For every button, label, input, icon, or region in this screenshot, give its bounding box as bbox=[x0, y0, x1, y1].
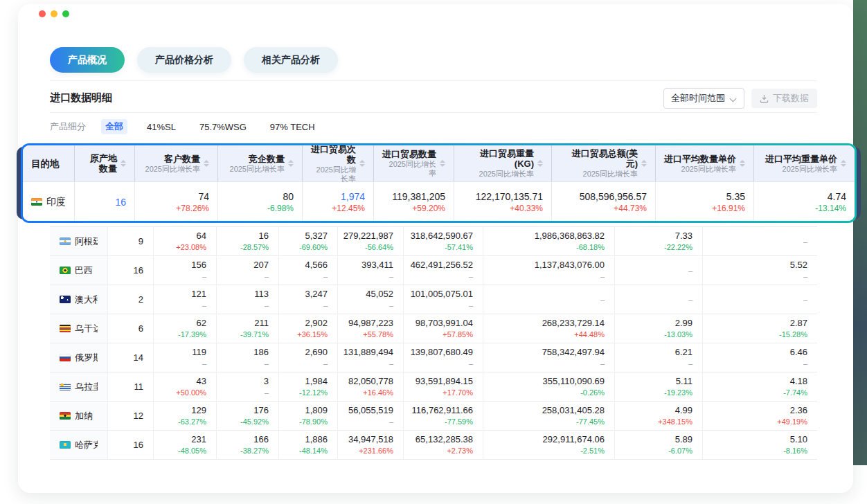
origin-count-link[interactable]: 9 bbox=[138, 236, 143, 247]
cell-value: 207 bbox=[253, 260, 269, 271]
tab-product-price-analysis[interactable]: 产品价格分析 bbox=[137, 47, 231, 73]
table-cell: 1,986,368,863.82-68.18% bbox=[483, 227, 615, 256]
table-header-cell[interactable]: 进口平均重量单价2025同比增长率 bbox=[754, 145, 855, 181]
highlighted-table-row[interactable]: 印度1674+78.26%80-6.98%1,974+12.45%119,381… bbox=[23, 182, 855, 221]
column-label: 原产地数量 bbox=[88, 153, 117, 174]
origin-count-link[interactable]: 12 bbox=[134, 411, 143, 422]
cell-value: 7.33 bbox=[675, 231, 692, 242]
cell-value: 2.36 bbox=[790, 405, 807, 416]
country-name: 加纳 bbox=[75, 410, 93, 422]
cell-value: 279,221,987 bbox=[343, 231, 393, 242]
cell-growth-rate: +2.73% bbox=[447, 446, 473, 456]
table-cell: 5,327-69.60% bbox=[279, 227, 338, 256]
table-cell: 121– bbox=[154, 285, 217, 314]
table-row[interactable]: 乌干达662-17.39%211-39.71%2,902+36.15%94,98… bbox=[50, 314, 817, 343]
table-cell: 64+23.08% bbox=[154, 227, 217, 256]
time-range-select[interactable]: 全部时间范围 bbox=[663, 88, 744, 109]
trade-count-link[interactable]: 1,809 bbox=[305, 405, 328, 416]
cell-value: 211 bbox=[254, 318, 269, 329]
table-header-cell[interactable]: 原产地数量 bbox=[75, 145, 135, 181]
table-cell: 2,902+36.15% bbox=[279, 314, 338, 343]
maximize-window-icon[interactable] bbox=[62, 10, 69, 17]
cell-growth-rate: -13.03% bbox=[664, 330, 692, 339]
table-cell: – bbox=[703, 227, 817, 256]
cell-growth-rate: -56.64% bbox=[365, 242, 393, 252]
column-label: 进口贸易次数2025同比增长率 bbox=[311, 145, 356, 183]
table-cell: 2.99-13.03% bbox=[615, 314, 703, 343]
sort-icon[interactable] bbox=[359, 160, 365, 167]
cell-growth-rate: -39.71% bbox=[240, 330, 269, 339]
table-row[interactable]: 巴西16156–207–4,566–393,411–462,491,256.52… bbox=[50, 256, 817, 285]
table-row[interactable]: 澳大利亚2121–113–3,247–45,052–101,005,075.01… bbox=[50, 285, 817, 314]
origin-count-link[interactable]: 11 bbox=[134, 381, 144, 393]
sort-icon[interactable] bbox=[440, 160, 445, 167]
origin-count-link[interactable]: 6 bbox=[138, 323, 143, 334]
cell-growth-rate: -48.14% bbox=[299, 446, 328, 456]
table-row[interactable]: 俄罗斯14119–186–2,690–131,889,494–139,807,6… bbox=[50, 343, 817, 372]
table-cell: 98,703,991.04+57.85% bbox=[404, 314, 483, 343]
trade-count-link[interactable]: 1,886 bbox=[305, 434, 328, 445]
table-header-cell[interactable]: 进口贸易次数2025同比增长率 bbox=[303, 145, 374, 181]
cell-value: 6.46 bbox=[790, 347, 807, 358]
origin-count-link[interactable]: 2 bbox=[138, 294, 143, 305]
destination-cell: 哈萨克斯坦 bbox=[50, 431, 108, 460]
table-row[interactable]: 哈萨克斯坦16231-48.05%166-38.27%1,886-48.14%3… bbox=[50, 431, 817, 460]
cell-growth-rate: – bbox=[600, 359, 605, 368]
minimize-window-icon[interactable] bbox=[51, 10, 57, 17]
column-label: 进口平均数量单价2025同比增长率 bbox=[664, 154, 736, 174]
table-header-cell[interactable]: 客户数量2025同比增长率 bbox=[135, 145, 218, 181]
table-row[interactable]: 加纳12129-63.27%176-45.92%1,809-78.90%56,0… bbox=[50, 402, 817, 431]
sort-icon[interactable] bbox=[120, 160, 126, 167]
table-cell: 393,411– bbox=[338, 256, 404, 285]
sort-desc-icon bbox=[440, 164, 445, 167]
cell-value: 462,491,256.52 bbox=[411, 260, 473, 271]
trade-count-link[interactable]: 1,984 bbox=[305, 376, 328, 387]
country-name: 乌干达 bbox=[75, 323, 98, 335]
country-name: 印度 bbox=[46, 196, 66, 208]
origin-count-link[interactable]: 16 bbox=[134, 440, 143, 451]
table-row[interactable]: 阿根廷964+23.08%16-28.57%5,327-69.60%279,22… bbox=[50, 227, 817, 256]
close-window-icon[interactable] bbox=[39, 10, 46, 17]
segment-option-all[interactable]: 全部 bbox=[101, 119, 127, 134]
table-header-cell[interactable]: 进口贸易重量(KG)2025同比增长率 bbox=[454, 145, 552, 181]
trade-count-link[interactable]: 1,974 bbox=[341, 190, 365, 203]
trade-count-link[interactable]: 5,327 bbox=[305, 231, 328, 242]
table-cell: 2.87-15.28% bbox=[703, 314, 817, 343]
trade-count-link[interactable]: 3,247 bbox=[305, 289, 328, 300]
cell-growth-rate: – bbox=[688, 359, 692, 368]
trade-count-link[interactable]: 2,690 bbox=[305, 347, 328, 358]
sort-asc-icon bbox=[288, 160, 294, 163]
table-header-cell[interactable]: 进口贸易总额(美元)2025同比增长率 bbox=[552, 145, 656, 181]
table-header-cell[interactable]: 进口贸易数量2025同比增长率 bbox=[374, 145, 454, 181]
sort-icon[interactable] bbox=[740, 160, 745, 167]
tab-related-product-analysis[interactable]: 相关产品分析 bbox=[244, 47, 338, 73]
sort-icon[interactable] bbox=[288, 160, 294, 167]
country-flag-icon bbox=[60, 412, 71, 420]
trade-count-link[interactable]: 2,902 bbox=[305, 318, 328, 329]
segment-option-41sl[interactable]: 41%SL bbox=[143, 120, 180, 134]
tab-product-overview[interactable]: 产品概况 bbox=[50, 47, 125, 73]
sort-icon[interactable] bbox=[537, 160, 543, 167]
table-cell: 355,110,090.69-0.26% bbox=[483, 372, 615, 402]
table-row[interactable]: 乌拉圭1143+50.00%3–1,984-12.12%82,050,778+1… bbox=[50, 372, 817, 402]
segment-option-97tech[interactable]: 97% TECH bbox=[266, 120, 319, 134]
table-header-cell[interactable]: 进口平均数量单价2025同比增长率 bbox=[656, 145, 754, 181]
tab-bar: 产品概况 产品价格分析 相关产品分析 bbox=[50, 47, 338, 73]
cell-growth-rate: +49.19% bbox=[777, 417, 807, 426]
origin-count-link[interactable]: 14 bbox=[134, 352, 143, 363]
sort-icon[interactable] bbox=[204, 160, 209, 167]
cell-value: 34,947,518 bbox=[348, 434, 393, 445]
sort-icon[interactable] bbox=[641, 160, 647, 167]
table-cell: 3– bbox=[217, 372, 279, 402]
origin-count-link[interactable]: 16 bbox=[115, 196, 126, 208]
cell-growth-rate: – bbox=[265, 388, 269, 397]
table-header-cell[interactable]: 竞企数量2025同比增长率 bbox=[218, 145, 303, 181]
segment-option-757wsg[interactable]: 75.7%WSG bbox=[195, 120, 251, 134]
cell-growth-rate: -48.05% bbox=[178, 446, 206, 456]
origin-count-link[interactable]: 16 bbox=[134, 265, 143, 276]
trade-count-link[interactable]: 4,566 bbox=[305, 260, 328, 271]
sort-icon[interactable] bbox=[841, 160, 846, 167]
cell-value: 393,411 bbox=[361, 260, 393, 271]
table-cell: 119– bbox=[154, 343, 217, 372]
download-data-button[interactable]: 下载数据 bbox=[751, 89, 817, 108]
